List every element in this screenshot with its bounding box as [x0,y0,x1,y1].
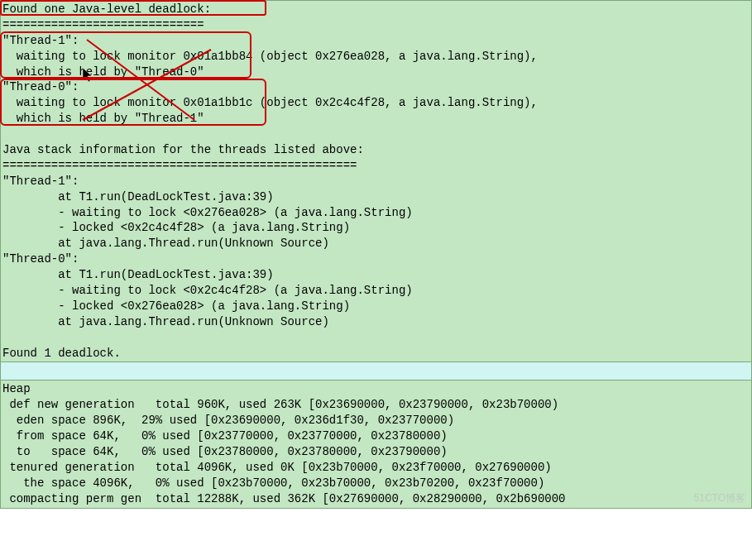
stack-t1-line1: at T1.run(DeadLockTest.java:39) [2,189,750,205]
separator: ============================= [2,17,750,33]
heap-line3: from space 64K, 0% used [0x23770000, 0x2… [2,428,750,444]
stack-t0-line2: - waiting to lock <0x2c4c4f28> (a java.l… [2,283,750,299]
stack-t0-line3: - locked <0x276ea028> (a java.lang.Strin… [2,299,750,314]
deadlock-header-section: Found one Java-level deadlock: =========… [0,0,752,362]
heap-line6: the space 4096K, 0% used [0x23b70000, 0x… [2,476,750,491]
stack-t0-line1: at T1.run(DeadLockTest.java:39) [2,267,750,283]
separator: ========================================… [2,158,750,174]
thread1-waiting: waiting to lock monitor 0x01a1bb84 (obje… [2,49,750,65]
deadlock-found-title: Found one Java-level deadlock: [2,2,750,17]
blank-line [2,363,750,379]
heap-line7: compacting perm gen total 12288K, used 3… [2,491,750,507]
heap-line4: to space 64K, 0% used [0x23780000, 0x237… [2,444,750,460]
divider-section [0,362,752,380]
heap-line1: def new generation total 960K, used 263K… [2,397,750,413]
thread1-name: "Thread-1": [2,33,750,49]
stack-t1-line4: at java.lang.Thread.run(Unknown Source) [2,236,750,251]
heap-line5: tenured generation total 4096K, used 0K … [2,460,750,476]
thread0-name: "Thread-0": [2,79,750,95]
stack-t1-name: "Thread-1": [2,174,750,189]
blank-line [2,330,750,346]
thread0-held: which is held by "Thread-1" [2,111,750,127]
watermark: 51CTO博客 [694,491,745,505]
stack-t1-line3: - locked <0x2c4c4f28> (a java.lang.Strin… [2,220,750,236]
stack-t1-line2: - waiting to lock <0x276ea028> (a java.l… [2,205,750,221]
heap-line2: eden space 896K, 29% used [0x23690000, 0… [2,413,750,428]
stack-t0-name: "Thread-0": [2,251,750,267]
found-deadlock: Found 1 deadlock. [2,346,750,361]
stack-t0-line4: at java.lang.Thread.run(Unknown Source) [2,314,750,330]
thread0-waiting: waiting to lock monitor 0x01a1bb1c (obje… [2,95,750,111]
heap-title: Heap [2,381,750,397]
thread1-held: which is held by "Thread-0" [2,65,750,80]
blank-line [2,127,750,142]
heap-section: Heap def new generation total 960K, used… [0,380,752,508]
stack-info-title: Java stack information for the threads l… [2,142,750,158]
